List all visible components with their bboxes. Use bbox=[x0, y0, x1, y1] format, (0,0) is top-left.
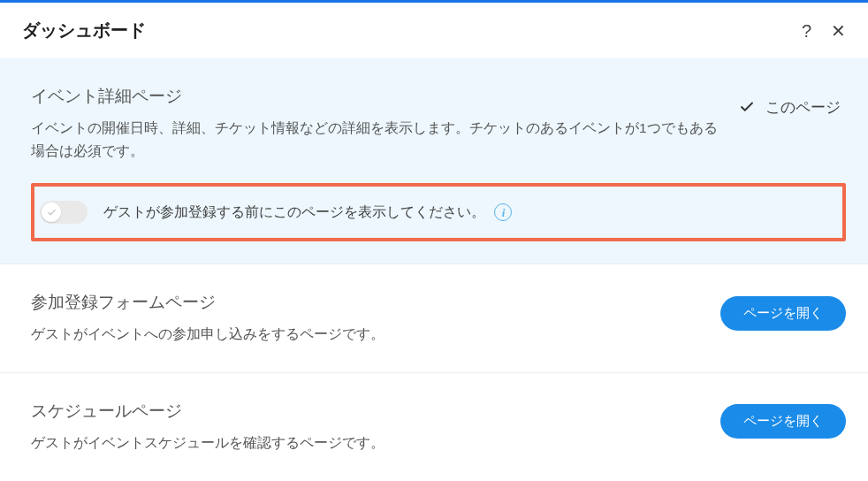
section-schedule: スケジュールページ ゲストがイベントスケジュールを確認するページです。 ページを… bbox=[0, 373, 868, 481]
show-before-register-toggle-row: ゲストが参加登録する前にこのページを表示してください。 i bbox=[31, 183, 846, 241]
close-icon[interactable]: ✕ bbox=[831, 22, 846, 40]
help-icon[interactable]: ? bbox=[802, 22, 811, 40]
schedule-desc: ゲストがイベントスケジュールを確認するページです。 bbox=[31, 431, 703, 454]
show-before-register-toggle[interactable] bbox=[40, 201, 88, 224]
page-title: ダッシュボード bbox=[22, 19, 802, 42]
open-schedule-page-button[interactable]: ページを開く bbox=[720, 404, 846, 439]
event-detail-title: イベント詳細ページ bbox=[31, 85, 721, 108]
this-page-label: このページ bbox=[765, 97, 841, 118]
event-detail-desc: イベントの開催日時、詳細、チケット情報などの詳細を表示します。チケットのあるイベ… bbox=[31, 117, 721, 162]
header: ダッシュボード ? ✕ bbox=[0, 3, 868, 58]
toggle-label-wrap: ゲストが参加登録する前にこのページを表示してください。 i bbox=[103, 203, 512, 222]
toggle-knob bbox=[42, 202, 61, 222]
open-registration-page-button[interactable]: ページを開く bbox=[720, 296, 846, 331]
check-icon bbox=[739, 99, 755, 115]
show-before-register-label: ゲストが参加登録する前にこのページを表示してください。 bbox=[103, 204, 485, 219]
info-icon[interactable]: i bbox=[494, 203, 512, 221]
schedule-title: スケジュールページ bbox=[31, 400, 703, 423]
section-registration: 参加登録フォームページ ゲストがイベントへの参加申し込みをするページです。 ペー… bbox=[0, 264, 868, 373]
registration-desc: ゲストがイベントへの参加申し込みをするページです。 bbox=[31, 323, 703, 346]
this-page-indicator: このページ bbox=[739, 97, 846, 118]
section-event-detail: イベント詳細ページ イベントの開催日時、詳細、チケット情報などの詳細を表示します… bbox=[0, 58, 868, 264]
header-actions: ? ✕ bbox=[802, 22, 846, 40]
registration-title: 参加登録フォームページ bbox=[31, 291, 703, 314]
